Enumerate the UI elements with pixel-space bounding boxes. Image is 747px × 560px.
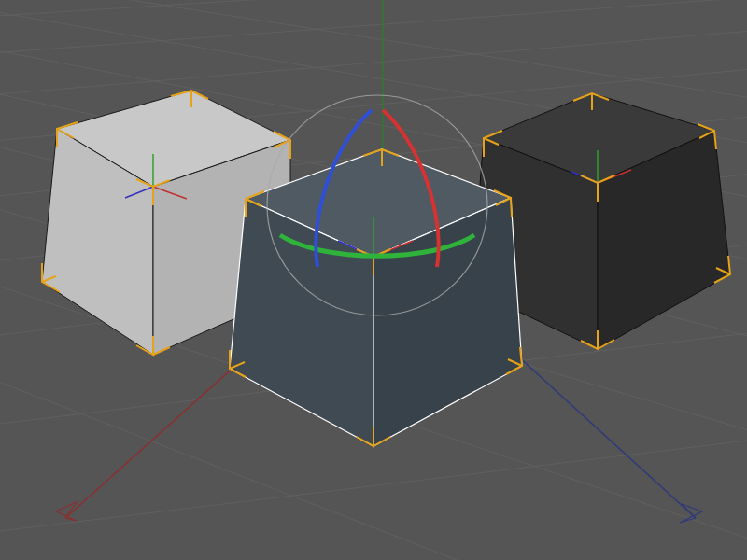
viewport-3d[interactable] — [0, 0, 747, 560]
